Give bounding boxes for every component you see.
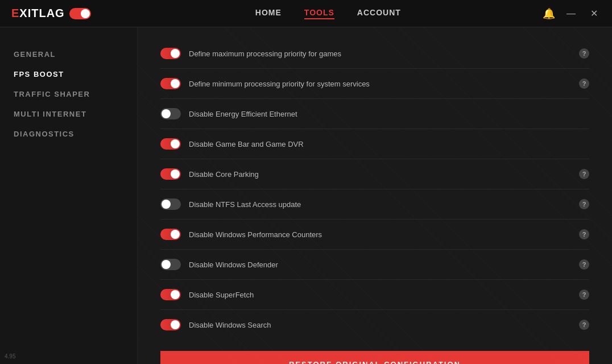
setting-row-6: Disable Windows Performance Counters ? <box>160 220 589 250</box>
help-icon-1[interactable]: ? <box>579 78 589 89</box>
notifications-icon[interactable]: 🔔 <box>543 7 555 20</box>
version-label: 4.95 <box>5 353 15 359</box>
logo-text: EXITLAG <box>11 7 65 20</box>
toggle-perf-counters[interactable] <box>160 229 181 240</box>
sidebar-item-general[interactable]: GENERAL <box>11 44 126 64</box>
toggle-energy-ethernet[interactable] <box>160 108 181 119</box>
help-icon-8[interactable]: ? <box>579 289 589 300</box>
sidebar-item-multi-internet[interactable]: MULTI INTERNET <box>11 104 126 124</box>
main-nav: HOME TOOLS ACCOUNT <box>114 8 543 19</box>
sidebar-item-fps-boost[interactable]: FPS BOOST <box>11 64 126 84</box>
setting-row-5: Disable NTFS Last Access update ? <box>160 189 589 220</box>
setting-label-5: Disable NTFS Last Access update <box>189 200 571 209</box>
setting-row-7: Disable Windows Defender ? <box>160 250 589 280</box>
main-layout: GENERAL FPS BOOST TRAFFIC SHAPER MULTI I… <box>0 27 612 364</box>
setting-label-9: Disable Windows Search <box>189 321 571 329</box>
help-icon-0[interactable]: ? <box>579 48 589 59</box>
close-button[interactable]: ✕ <box>587 7 601 20</box>
sidebar-item-diagnostics[interactable]: DIAGNOSTICS <box>11 124 126 144</box>
setting-row-0: Define maximum processing priority for g… <box>160 39 589 69</box>
setting-label-8: Disable SuperFetch <box>189 291 571 299</box>
setting-label-3: Disable Game Bar and Game DVR <box>189 140 589 148</box>
logo-e-letter: E <box>11 7 19 19</box>
toggle-ntfs[interactable] <box>160 198 181 210</box>
nav-home[interactable]: HOME <box>255 8 282 19</box>
setting-row-3: Disable Game Bar and Game DVR <box>160 129 589 159</box>
help-icon-7[interactable]: ? <box>579 259 589 270</box>
setting-row-8: Disable SuperFetch ? <box>160 280 589 310</box>
nav-account[interactable]: ACCOUNT <box>357 8 401 19</box>
setting-label-2: Disable Energy Efficient Ethernet <box>189 110 589 118</box>
minimize-button[interactable]: — <box>564 7 578 20</box>
setting-row-9: Disable Windows Search ? <box>160 310 589 340</box>
logo: EXITLAG <box>11 7 91 20</box>
sidebar: GENERAL FPS BOOST TRAFFIC SHAPER MULTI I… <box>0 27 138 364</box>
titlebar: EXITLAG HOME TOOLS ACCOUNT 🔔 — ✕ <box>0 0 612 27</box>
setting-label-7: Disable Windows Defender <box>189 260 571 269</box>
setting-row-2: Disable Energy Efficient Ethernet <box>160 99 589 129</box>
settings-list: Define maximum processing priority for g… <box>160 39 589 340</box>
setting-label-6: Disable Windows Performance Counters <box>189 230 571 239</box>
toggle-game-bar[interactable] <box>160 138 181 150</box>
help-icon-9[interactable]: ? <box>579 320 589 330</box>
help-icon-5[interactable]: ? <box>579 199 589 209</box>
setting-label-4: Disable Core Parking <box>189 170 571 179</box>
nav-tools[interactable]: TOOLS <box>304 8 334 19</box>
toggle-min-priority[interactable] <box>160 78 181 89</box>
setting-row-4: Disable Core Parking ? <box>160 159 589 189</box>
help-icon-6[interactable]: ? <box>579 229 589 239</box>
setting-row-1: Define minimum processing priority for s… <box>160 69 589 99</box>
content-area: Define maximum processing priority for g… <box>138 27 612 364</box>
toggle-max-priority[interactable] <box>160 48 181 59</box>
toggle-core-parking[interactable] <box>160 168 181 180</box>
help-icon-4[interactable]: ? <box>579 169 589 179</box>
setting-label-0: Define maximum processing priority for g… <box>189 49 571 58</box>
power-toggle[interactable] <box>69 8 91 19</box>
sidebar-item-traffic-shaper[interactable]: TRAFFIC SHAPER <box>11 84 126 104</box>
toggle-superfetch[interactable] <box>160 289 181 300</box>
toggle-windows-search[interactable] <box>160 319 181 330</box>
restore-original-button[interactable]: RESTORE ORIGINAL CONFIGURATION <box>160 351 589 364</box>
toggle-defender[interactable] <box>160 259 181 270</box>
setting-label-1: Define minimum processing priority for s… <box>189 80 571 88</box>
titlebar-actions: 🔔 — ✕ <box>543 7 601 20</box>
